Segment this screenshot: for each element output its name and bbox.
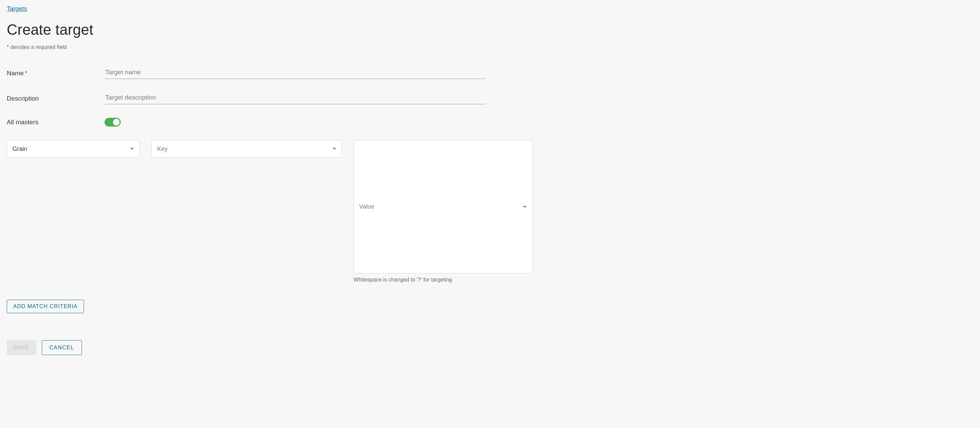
name-label: Name*: [7, 70, 105, 77]
all-masters-toggle[interactable]: [105, 118, 121, 126]
required-note: * denotes a required field: [7, 44, 973, 50]
criteria-type-value: Grain: [13, 145, 27, 153]
criteria-key-placeholder: Key: [157, 145, 167, 153]
criteria-type-select[interactable]: Grain: [7, 140, 140, 158]
all-masters-label: All masters: [7, 118, 105, 126]
save-button: SAVE: [7, 340, 37, 355]
asterisk-icon: *: [7, 44, 9, 50]
add-match-criteria-button[interactable]: ADD MATCH CRITERIA: [7, 300, 84, 313]
description-label: Description: [7, 95, 105, 102]
criteria-key-select[interactable]: Key: [151, 140, 342, 158]
breadcrumb-targets[interactable]: Targets: [7, 5, 27, 12]
toggle-knob: [113, 119, 120, 126]
criteria-value-helper: Whitespace is changed to '?' for targeti…: [354, 277, 533, 283]
asterisk-icon: *: [25, 70, 27, 77]
chevron-down-icon: [130, 148, 134, 150]
page-title: Create target: [7, 21, 973, 38]
name-label-text: Name: [7, 70, 24, 77]
chevron-down-icon: [332, 148, 336, 150]
criteria-value-select[interactable]: Value: [354, 140, 533, 273]
name-input[interactable]: [105, 67, 485, 79]
description-input[interactable]: [105, 93, 485, 104]
chevron-down-icon: [523, 206, 527, 208]
criteria-value-placeholder: Value: [360, 203, 374, 210]
required-note-text: denotes a required field: [10, 44, 67, 50]
cancel-button[interactable]: CANCEL: [42, 340, 82, 355]
